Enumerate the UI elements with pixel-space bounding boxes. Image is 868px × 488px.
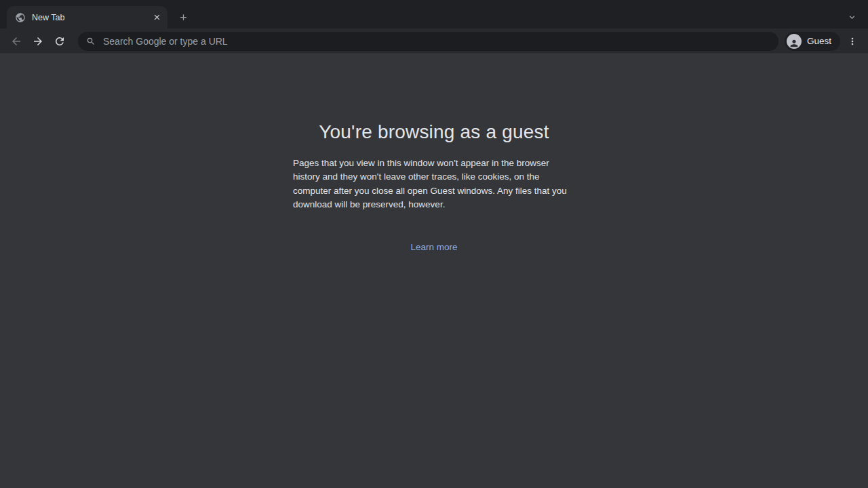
person-icon: [787, 34, 802, 49]
guest-profile-button[interactable]: Guest: [785, 32, 840, 51]
guest-message: You're browsing as a guest Pages that yo…: [0, 119, 868, 253]
arrow-right-icon: [32, 35, 44, 47]
guest-ntp-page: You're browsing as a guest Pages that yo…: [0, 54, 868, 488]
browser-window: New Tab: [0, 0, 868, 488]
url-input[interactable]: [102, 35, 770, 47]
search-icon: [86, 37, 96, 46]
more-vert-icon[interactable]: [842, 31, 863, 52]
back-button[interactable]: [6, 31, 26, 52]
arrow-left-icon: [10, 35, 22, 47]
forward-button[interactable]: [28, 31, 48, 52]
tab-strip: New Tab: [0, 0, 868, 28]
learn-more-link[interactable]: Learn more: [410, 242, 457, 252]
address-bar[interactable]: [78, 32, 778, 51]
refresh-icon: [54, 35, 66, 47]
guest-description: Pages that you view in this window won't…: [293, 157, 575, 212]
plus-icon: [178, 12, 189, 22]
chevron-down-icon[interactable]: [843, 8, 861, 26]
profile-label: Guest: [807, 36, 831, 46]
close-icon[interactable]: [151, 12, 163, 24]
globe-icon: [15, 12, 26, 23]
tab-title: New Tab: [32, 13, 151, 22]
page-title: You're browsing as a guest: [0, 119, 868, 144]
tab-new-tab[interactable]: New Tab: [7, 6, 167, 28]
new-tab-button[interactable]: [174, 8, 192, 26]
toolbar: Guest: [0, 28, 868, 54]
reload-button[interactable]: [50, 31, 70, 52]
